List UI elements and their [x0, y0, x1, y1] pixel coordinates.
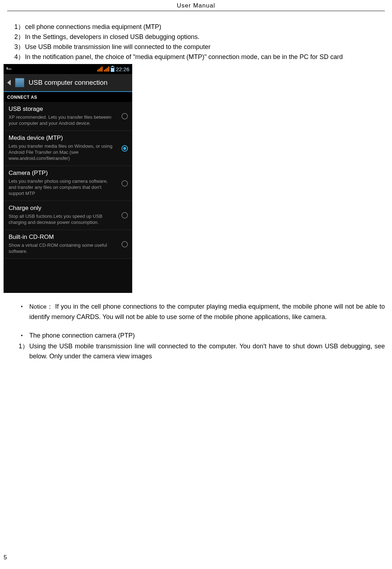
- page-content: 1） cell phone connections media equipmen…: [0, 11, 392, 361]
- option-ptp[interactable]: Camera (PTP) Lets you transfer photos us…: [4, 166, 132, 201]
- ptp-steps: 1） Using the USB mobile transmission lin…: [14, 341, 385, 361]
- option-desc: Lets you transfer photos using camera so…: [9, 178, 116, 196]
- radio-icon[interactable]: [121, 145, 128, 152]
- phone-screenshot: 22:26 USB computer connection CONNECT AS…: [4, 64, 132, 293]
- step-number: 3）: [14, 42, 25, 52]
- option-charge-only[interactable]: Charge only Stop all USB fuctions.Lets y…: [4, 201, 132, 230]
- step-text: Use USB mobile transmission line will co…: [25, 42, 385, 52]
- step-text: cell phone connections media equipment (…: [25, 22, 385, 32]
- step-row: 1） cell phone connections media equipmen…: [14, 22, 385, 32]
- option-title: Camera (PTP): [9, 170, 116, 177]
- notice-text: Notice： If you in the cell phone connect…: [29, 301, 385, 322]
- bullet-icon: •: [14, 330, 29, 340]
- step-number: 4）: [14, 52, 25, 62]
- step-row: 2） In the Settings, developers in closed…: [14, 32, 385, 42]
- option-mtp[interactable]: Media device (MTP) Lets you transfer med…: [4, 131, 132, 166]
- ptp-bullet-block: • The phone connection camera (PTP): [14, 330, 385, 340]
- page-number: 5: [4, 554, 7, 561]
- option-cd-rom[interactable]: Built-in CD-ROM Show a virtual CD-ROM co…: [4, 230, 132, 259]
- step-text: In the notification panel, the choice of…: [25, 52, 385, 62]
- option-desc: Lets you transfer media files on Windows…: [9, 143, 116, 161]
- page-header: User Manual: [0, 0, 392, 9]
- status-time: 22:26: [116, 66, 129, 72]
- section-label: CONNECT AS: [4, 92, 132, 102]
- option-desc: Show a virtual CD-ROM containing some us…: [9, 242, 116, 254]
- radio-icon[interactable]: [121, 212, 128, 219]
- radio-icon[interactable]: [121, 180, 128, 187]
- step-row: 4） In the notification panel, the choice…: [14, 52, 385, 62]
- ptp-bullet-text: The phone connection camera (PTP): [29, 330, 385, 340]
- step-row: 3） Use USB mobile transmission line will…: [14, 42, 385, 52]
- step-text: Using the USB mobile transmission line w…: [29, 341, 385, 361]
- status-bar: 22:26: [4, 64, 132, 74]
- option-title: Charge only: [9, 205, 116, 212]
- option-title: Media device (MTP): [9, 134, 116, 142]
- notice-block: • Notice： If you in the cell phone conne…: [14, 301, 385, 322]
- step-number: 1）: [19, 341, 29, 361]
- usb-icon: [6, 67, 11, 71]
- option-usb-storage[interactable]: USB storage XP recommended. Lets you tra…: [4, 102, 132, 131]
- app-icon: [15, 78, 24, 87]
- step-number: 2）: [14, 32, 25, 42]
- screen-titlebar[interactable]: USB computer connection: [4, 74, 132, 92]
- step-number: 1）: [14, 22, 25, 32]
- option-desc: Stop all USB fuctions.Lets you speed up …: [9, 213, 116, 225]
- option-desc: XP recommended. Lets you transfer files …: [9, 114, 116, 126]
- option-title: USB storage: [9, 106, 116, 113]
- signal-icon: [104, 67, 109, 72]
- option-title: Built-in CD-ROM: [9, 234, 116, 241]
- numbered-steps: 1） cell phone connections media equipmen…: [14, 22, 385, 62]
- battery-icon: [111, 67, 114, 72]
- screen-title: USB computer connection: [29, 79, 108, 87]
- back-icon[interactable]: [7, 80, 11, 85]
- step-text: In the Settings, developers in closed US…: [25, 32, 385, 42]
- notice-label: Notice：: [29, 303, 53, 310]
- notice-body: If you in the cell phone connections to …: [29, 303, 385, 320]
- signal-icon: [97, 67, 103, 72]
- radio-icon[interactable]: [121, 241, 128, 247]
- radio-icon[interactable]: [121, 113, 128, 119]
- bullet-icon: •: [14, 301, 29, 322]
